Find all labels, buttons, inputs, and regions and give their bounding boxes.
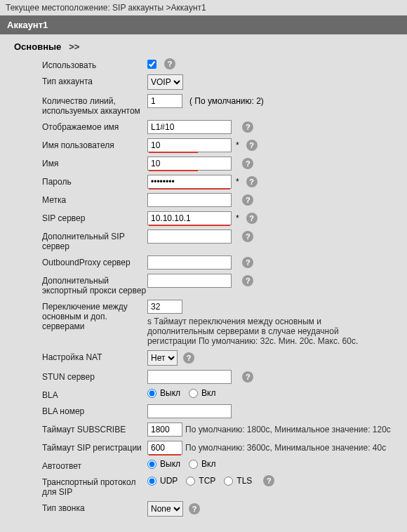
transport-tcp-radio[interactable] bbox=[186, 477, 195, 486]
help-icon[interactable]: ? bbox=[242, 121, 253, 133]
subscribe-desc: По умолчанию: 1800с, Минимальное значени… bbox=[185, 425, 391, 434]
stun-label: STUN сервер bbox=[42, 370, 147, 382]
transport-tls-option[interactable]: TLS bbox=[224, 476, 252, 486]
bla-off-option[interactable]: Выкл bbox=[147, 388, 180, 398]
help-icon[interactable]: ? bbox=[246, 140, 258, 151]
help-icon[interactable]: ? bbox=[183, 352, 194, 364]
sip-reg-input[interactable] bbox=[147, 441, 182, 455]
transport-label: Транспортный протокол для SIP bbox=[42, 475, 147, 497]
autoanswer-on-option[interactable]: Вкл bbox=[189, 459, 215, 469]
help-icon[interactable]: ? bbox=[164, 58, 175, 69]
form-area: Использовать ? Тип аккаунта VOIP Количес… bbox=[0, 56, 407, 532]
sip-server2-input[interactable] bbox=[147, 230, 232, 244]
help-icon[interactable]: ? bbox=[246, 176, 258, 187]
stun-input[interactable] bbox=[147, 370, 232, 384]
bla-num-label: BLA номер bbox=[42, 404, 147, 416]
section-title[interactable]: Основные >> bbox=[0, 34, 407, 56]
help-icon[interactable]: ? bbox=[189, 503, 200, 514]
outbound-input[interactable] bbox=[147, 255, 232, 270]
ring-select[interactable]: None bbox=[147, 501, 183, 517]
help-icon[interactable]: ? bbox=[242, 371, 253, 383]
required-mark: * bbox=[236, 177, 239, 187]
username-input[interactable] bbox=[147, 138, 232, 152]
underline-highlight bbox=[149, 152, 198, 153]
nat-label: Настройка NAT bbox=[42, 350, 147, 362]
sip-server-input[interactable] bbox=[147, 211, 232, 225]
underline-highlight bbox=[149, 188, 230, 189]
underline-highlight bbox=[149, 170, 198, 171]
section-arrows: >> bbox=[69, 41, 79, 52]
help-icon[interactable]: ? bbox=[242, 194, 253, 206]
display-name-label: Отображаемое имя bbox=[42, 120, 147, 132]
sip-reg-label: Таймаут SIP регистрации bbox=[42, 441, 147, 453]
autoanswer-off-radio[interactable] bbox=[147, 460, 156, 469]
transport-udp-radio[interactable] bbox=[147, 477, 156, 486]
use-checkbox[interactable] bbox=[147, 60, 156, 69]
underline-highlight bbox=[149, 225, 230, 226]
autoanswer-on-radio[interactable] bbox=[189, 460, 198, 469]
section-label: Основные bbox=[14, 41, 61, 52]
breadcrumb: Текущее местоположение: SIP аккаунты >Ак… bbox=[0, 0, 407, 15]
transport-udp-option[interactable]: UDP bbox=[147, 476, 178, 486]
underline-highlight bbox=[149, 454, 181, 455]
sip-reg-desc: По умолчанию: 3600с, Минимальное значени… bbox=[185, 443, 386, 453]
switch-label: Переключение между основным и доп. серве… bbox=[42, 300, 147, 331]
autoanswer-off-option[interactable]: Выкл bbox=[147, 459, 180, 469]
name-input[interactable] bbox=[147, 157, 232, 171]
help-icon[interactable]: ? bbox=[242, 231, 253, 242]
nat-select[interactable]: Нет bbox=[147, 350, 178, 366]
password-label: Пароль bbox=[42, 175, 147, 187]
outbound2-label: Дополнительный экспортный прокси сервер bbox=[42, 274, 147, 295]
account-type-label: Тип аккаунта bbox=[42, 74, 147, 86]
bla-on-radio[interactable] bbox=[189, 389, 198, 398]
display-name-input[interactable] bbox=[147, 120, 232, 134]
bla-label: BLA bbox=[42, 388, 147, 400]
lines-default: ( По умолчанию: 2) bbox=[189, 96, 264, 106]
required-mark: * bbox=[236, 213, 239, 223]
help-icon[interactable]: ? bbox=[242, 275, 253, 286]
subscribe-input[interactable] bbox=[147, 423, 182, 437]
transport-tls-radio[interactable] bbox=[224, 477, 233, 486]
password-input[interactable] bbox=[147, 175, 232, 189]
required-mark: * bbox=[236, 140, 239, 150]
username-label: Имя пользователя bbox=[42, 138, 147, 150]
name-label: Имя bbox=[42, 157, 147, 168]
bla-on-option[interactable]: Вкл bbox=[189, 388, 215, 398]
tag-label: Метка bbox=[42, 193, 147, 205]
bla-num-input[interactable] bbox=[147, 404, 232, 418]
transport-tcp-option[interactable]: TCP bbox=[186, 476, 215, 486]
sip-server2-label: Дополнительный SIP сервер bbox=[42, 230, 147, 251]
help-icon[interactable]: ? bbox=[242, 158, 253, 169]
switch-input[interactable] bbox=[147, 300, 182, 314]
use-label: Использовать bbox=[42, 58, 147, 70]
page-header: Аккаунт1 bbox=[0, 15, 407, 34]
ring-label: Тип звонка bbox=[42, 501, 147, 513]
lines-label: Количество линий, используемых аккаунтом bbox=[42, 94, 147, 116]
lines-input[interactable] bbox=[147, 94, 182, 108]
help-icon[interactable]: ? bbox=[263, 475, 274, 486]
bla-off-radio[interactable] bbox=[147, 389, 156, 398]
help-icon[interactable]: ? bbox=[246, 213, 258, 224]
help-icon[interactable]: ? bbox=[242, 257, 253, 268]
account-type-select[interactable]: VOIP bbox=[147, 74, 183, 90]
outbound2-input[interactable] bbox=[147, 274, 232, 288]
tag-input[interactable] bbox=[147, 193, 232, 207]
subscribe-label: Таймаут SUBSCRIBE bbox=[42, 423, 147, 434]
switch-desc: s Таймаут переключения между основным и … bbox=[147, 317, 372, 346]
sip-server-label: SIP сервер bbox=[42, 211, 147, 223]
outbound-label: OutboundProxy сервер bbox=[42, 255, 147, 267]
autoanswer-label: Автоответ bbox=[42, 459, 147, 471]
